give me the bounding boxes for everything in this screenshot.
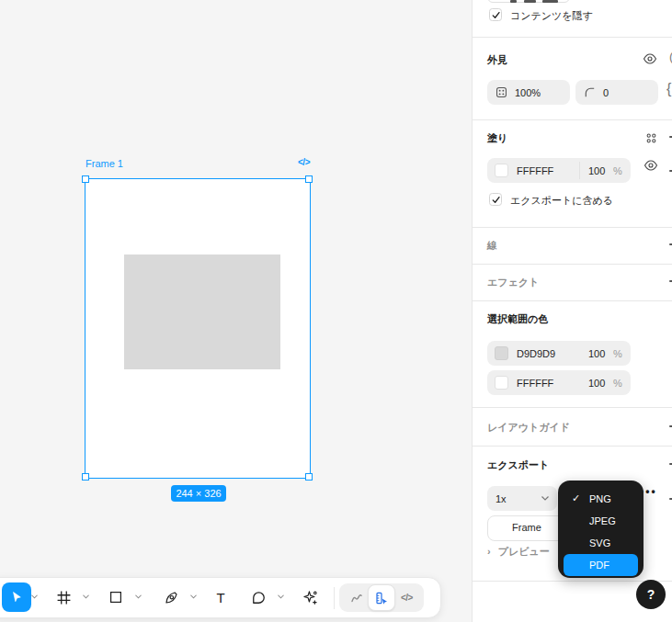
selection-handle-bottom-right[interactable] — [305, 473, 313, 481]
color-swatch[interactable] — [495, 376, 508, 390]
color-opacity-unit: % — [613, 348, 622, 359]
toolbar-divider — [334, 587, 335, 609]
color-opacity-value[interactable]: 100 — [588, 378, 605, 389]
disclosure-chevron-icon: › — [487, 546, 491, 557]
fill-opacity-value[interactable]: 100 — [588, 165, 605, 176]
pen-icon — [164, 590, 179, 605]
move-tool-button[interactable] — [2, 582, 31, 612]
comment-bubble-icon — [251, 590, 267, 605]
menu-item-label: PDF — [589, 560, 609, 571]
selection-handle-top-right[interactable] — [305, 175, 313, 183]
rectangle-object[interactable] — [124, 254, 280, 369]
frame-tool-button[interactable] — [49, 582, 78, 612]
text-tool-icon: T — [216, 590, 224, 605]
export-scale-value: 1x — [495, 493, 507, 504]
corner-radius-value: 0 — [603, 87, 609, 98]
corner-radius-icon — [583, 85, 597, 99]
menu-item-jpeg[interactable]: JPEG — [564, 510, 638, 532]
menu-item-svg[interactable]: SVG — [564, 532, 638, 554]
fill-color-row[interactable]: FFFFFF 100 % — [487, 158, 631, 183]
chevron-down-icon — [83, 594, 89, 599]
opacity-icon — [495, 85, 508, 99]
effects-title: エフェクト — [487, 276, 539, 289]
appearance-title: 外見 — [487, 53, 507, 67]
chevron-down-icon — [278, 594, 284, 599]
selection-handle-top-left[interactable] — [82, 175, 89, 183]
toolbar: T </> — [0, 577, 441, 618]
hide-contents-label: コンテンツを隠す — [510, 9, 593, 22]
menu-item-label: PNG — [589, 493, 611, 504]
move-tool-chevron[interactable] — [31, 594, 38, 599]
export-suffix-value: Frame — [512, 522, 541, 533]
menu-item-pdf[interactable]: PDF — [564, 554, 638, 576]
dev-mode-button[interactable]: </> — [395, 593, 418, 603]
pen-tool-button[interactable] — [156, 582, 186, 612]
shape-tool-chevron[interactable] — [135, 594, 142, 599]
layout-guides-title: レイアウトガイド — [487, 421, 570, 435]
stroke-title: 線 — [487, 239, 497, 253]
fill-hex-value[interactable]: FFFFFF — [517, 165, 553, 176]
corner-radius-input[interactable]: 0 — [575, 80, 658, 105]
frame-dev-mode-icon[interactable]: </> — [290, 157, 310, 167]
export-preview-toggle[interactable]: ›プレビュー — [487, 545, 550, 559]
chevron-down-icon — [190, 594, 197, 599]
eye-icon — [643, 51, 657, 66]
comment-tool-button[interactable] — [244, 582, 273, 612]
include-in-export-label: エクスポートに含める — [510, 194, 613, 207]
selection-handle-bottom-left[interactable] — [82, 473, 89, 481]
fill-styles-button[interactable] — [643, 130, 659, 146]
check-icon — [491, 195, 501, 205]
actions-tool-button[interactable] — [295, 582, 325, 612]
shape-tool-button[interactable] — [101, 582, 131, 612]
chevron-down-icon — [135, 594, 142, 599]
opacity-value: 100% — [515, 87, 541, 98]
text-tool-button[interactable]: T — [206, 582, 235, 612]
selection-colors-title: 選択範囲の色 — [487, 312, 548, 326]
color-hex-value[interactable]: D9D9D9 — [517, 348, 555, 359]
rectangle-icon — [108, 590, 123, 605]
appearance-visibility-button[interactable] — [641, 51, 659, 67]
include-in-export-checkbox[interactable] — [489, 193, 502, 206]
pen-tool-chevron[interactable] — [190, 594, 197, 599]
chevron-down-icon — [31, 594, 38, 599]
export-format-menu: ✓ PNG JPEG SVG PDF — [558, 481, 644, 578]
sparkle-actions-icon — [302, 590, 318, 605]
color-hex-value[interactable]: FFFFFF — [517, 378, 553, 389]
fill-color-swatch[interactable] — [495, 164, 508, 177]
cursor-icon — [9, 590, 24, 605]
chevron-down-icon — [541, 496, 549, 501]
ruler-cursor-icon — [374, 591, 389, 605]
menu-item-label: JPEG — [589, 515, 616, 526]
fill-opacity-unit: % — [613, 165, 622, 176]
color-swatch[interactable] — [495, 346, 508, 360]
frame-object[interactable] — [85, 179, 310, 478]
export-preview-label: プレビュー — [498, 546, 550, 557]
frame-name-label[interactable]: Frame 1 — [85, 158, 123, 169]
color-opacity-unit: % — [613, 378, 622, 389]
frame-icon — [56, 590, 72, 605]
styles-grid-icon — [644, 131, 658, 145]
help-button[interactable]: ? — [636, 580, 666, 609]
export-scale-select[interactable]: 1x — [487, 486, 557, 511]
color-opacity-value[interactable]: 100 — [588, 348, 605, 359]
export-title: エクスポート — [487, 458, 549, 472]
frame-tool-chevron[interactable] — [83, 594, 89, 599]
draw-mode-button[interactable] — [345, 591, 368, 605]
comment-tool-chevron[interactable] — [278, 594, 284, 599]
clipped-corner-options-icon: { — [666, 81, 671, 97]
opacity-input[interactable]: 100% — [487, 80, 570, 105]
selection-color-row[interactable]: D9D9D9 100 % — [487, 341, 631, 366]
hide-contents-checkbox[interactable] — [489, 8, 502, 21]
selection-color-row[interactable]: FFFFFF 100 % — [487, 370, 631, 395]
mode-segmented-control: </> — [339, 583, 424, 612]
menu-item-label: SVG — [589, 537, 610, 548]
fill-title: 塗り — [487, 131, 507, 145]
menu-item-png[interactable]: ✓ PNG — [564, 488, 638, 510]
field-divider — [579, 162, 580, 179]
check-icon: ✓ — [572, 492, 580, 504]
scribble-icon — [349, 591, 364, 605]
size-badge: 244 × 326 — [171, 485, 226, 502]
eye-icon — [644, 158, 658, 173]
fill-visibility-button[interactable] — [642, 157, 660, 174]
measure-mode-button[interactable] — [368, 584, 395, 611]
